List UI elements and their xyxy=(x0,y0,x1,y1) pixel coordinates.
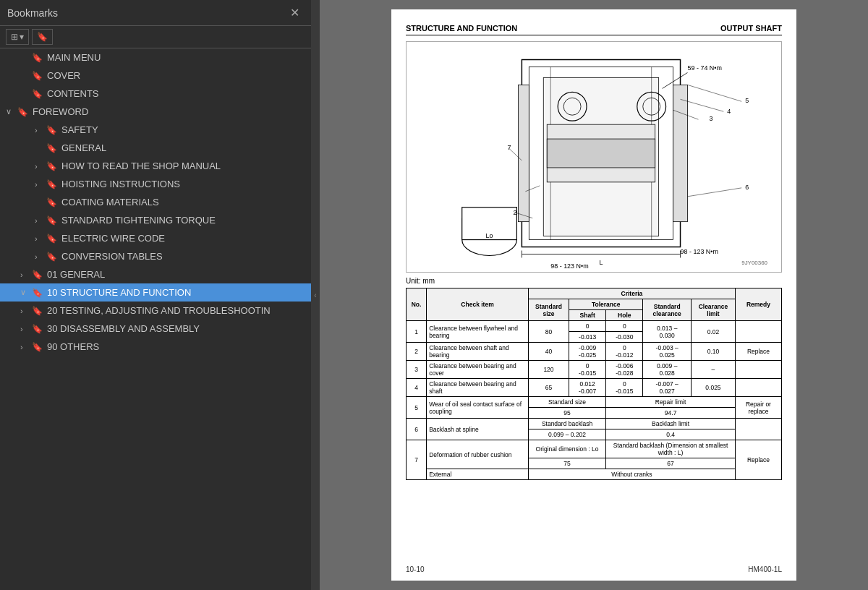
row-std-backlash-label: Standard backlash xyxy=(528,419,605,429)
bookmark-symbol-icon: 🔖 xyxy=(46,234,57,244)
row-std-backlash-val: 0.099 – 0.202 xyxy=(528,429,605,440)
row-shaft: 0 xyxy=(569,321,606,332)
row-check-item: Clearance between flywheel and bearing xyxy=(427,321,529,343)
bookmark-tool-button[interactable]: 🔖 xyxy=(32,29,53,45)
row-std-size-val: 95 xyxy=(528,408,605,419)
row-check-item: Backlash at spline xyxy=(427,419,529,440)
bookmark-item-10-structure[interactable]: ∨🔖10 STRUCTURE AND FUNCTION xyxy=(0,283,311,302)
row-hole: -0.006-0.028 xyxy=(606,361,643,379)
bookmark-symbol-icon: 🔖 xyxy=(46,179,57,189)
row-shaft: -0.013 xyxy=(569,332,606,343)
svg-text:59 - 74 N•m: 59 - 74 N•m xyxy=(688,64,722,72)
bookmark-item-electric-wire[interactable]: ›🔖ELECTRIC WIRE CODE xyxy=(0,229,311,247)
bookmark-arrow-icon: › xyxy=(35,216,46,225)
table-row: 1 Clearance between flywheel and bearing… xyxy=(407,321,782,332)
row-external-label: External xyxy=(427,469,529,480)
table-row: 3 Clearance between bearing and cover 12… xyxy=(407,361,782,379)
close-bookmarks-button[interactable]: ✕ xyxy=(286,4,304,21)
table-row: 7 Deformation of rubber cushion Original… xyxy=(407,440,782,458)
col-no: No. xyxy=(407,288,427,321)
table-row: 4 Clearance between bearing and shaft 65… xyxy=(407,379,782,397)
row-no: 7 xyxy=(407,440,427,480)
bookmark-item-cover[interactable]: 🔖COVER xyxy=(0,67,311,85)
svg-text:5: 5 xyxy=(745,97,749,104)
bookmarks-header: Bookmarks ✕ xyxy=(0,0,311,26)
bookmark-item-general[interactable]: 🔖GENERAL xyxy=(0,139,311,157)
row-no: 6 xyxy=(407,419,427,440)
svg-rect-31 xyxy=(673,85,688,221)
bookmark-symbol-icon: 🔖 xyxy=(32,306,43,316)
table-row: 2 Clearance between shaft and bearing 40… xyxy=(407,343,782,361)
bookmarks-toolbar: ⊞ ▾ 🔖 xyxy=(0,26,311,48)
svg-rect-30 xyxy=(518,85,529,221)
col-tolerance: Tolerance xyxy=(569,299,643,310)
bookmark-label: HOW TO READ THE SHOP MANUAL xyxy=(61,161,221,171)
bookmarks-panel: Bookmarks ✕ ⊞ ▾ 🔖 🔖MAIN MENU 🔖COVER 🔖CON… xyxy=(0,0,311,590)
bookmark-label: HOISTING INSTRUCTIONS xyxy=(61,179,180,189)
bookmark-symbol-icon: 🔖 xyxy=(32,270,43,280)
data-table: No. Check item Criteria Remedy Standard … xyxy=(406,288,782,480)
table-row: 6 Backlash at spline Standard backlash B… xyxy=(407,419,782,429)
row-orig-dim-val: 75 xyxy=(528,458,605,469)
bookmark-arrow-icon: › xyxy=(20,343,32,351)
row-clearance-limit: 0.02 xyxy=(691,321,735,343)
col-criteria: Criteria xyxy=(528,288,735,299)
svg-text:7: 7 xyxy=(507,144,511,151)
panel-collapse-handle[interactable]: ‹ xyxy=(311,0,320,590)
bookmark-arrow-icon: › xyxy=(20,307,32,315)
bookmark-item-hoisting[interactable]: ›🔖HOISTING INSTRUCTIONS xyxy=(0,175,311,193)
bookmark-item-safety[interactable]: ›🔖SAFETY xyxy=(0,121,311,139)
bookmark-item-standard-torque[interactable]: ›🔖STANDARD TIGHTENING TORQUE xyxy=(0,211,311,229)
bookmark-item-01-general[interactable]: ›🔖01 GENERAL xyxy=(0,265,311,283)
bookmark-arrow-icon: › xyxy=(35,162,46,171)
row-backlash-limit-val: 0.4 xyxy=(606,429,736,440)
bookmark-item-how-to-read[interactable]: ›🔖HOW TO READ THE SHOP MANUAL xyxy=(0,157,311,175)
row-no: 5 xyxy=(407,397,427,419)
bookmark-symbol-icon: 🔖 xyxy=(46,252,57,262)
svg-text:6: 6 xyxy=(745,184,749,191)
expand-all-button[interactable]: ⊞ ▾ xyxy=(6,29,29,45)
bookmark-symbol-icon: 🔖 xyxy=(46,161,57,171)
bookmark-item-contents[interactable]: 🔖CONTENTS xyxy=(0,85,311,103)
bookmark-item-90-others[interactable]: ›🔖90 OTHERS xyxy=(0,338,311,356)
bookmark-item-30-disassembly[interactable]: ›🔖30 DISASSEMBLY AND ASSEMBLY xyxy=(0,320,311,338)
diagram-svg: Lo L 59 - 74 N•m xyxy=(407,42,781,272)
row-std-size-label: Standard size xyxy=(528,397,605,408)
bookmark-arrow-icon: › xyxy=(35,126,46,134)
row-check-item: Clearance between bearing and shaft xyxy=(427,379,529,397)
bookmark-item-coating[interactable]: 🔖COATING MATERIALS xyxy=(0,193,311,211)
row-clearance-limit: 0.025 xyxy=(691,379,735,397)
bookmark-label: FOREWORD xyxy=(33,106,88,117)
bookmark-item-main-menu[interactable]: 🔖MAIN MENU xyxy=(0,48,311,67)
bookmarks-title: Bookmarks xyxy=(7,7,58,19)
col-clearance-limit: Clearance limit xyxy=(691,299,735,321)
svg-text:L: L xyxy=(599,259,603,266)
bookmark-item-conversion[interactable]: ›🔖CONVERSION TABLES xyxy=(0,247,311,265)
bookmark-arrow-icon: ∨ xyxy=(6,107,17,116)
row-remedy: Replace xyxy=(735,343,781,361)
svg-rect-33 xyxy=(547,139,655,168)
row-std-clearance: -0.007 –0.027 xyxy=(643,379,692,397)
row-backlash-limit-label: Backlash limit xyxy=(606,419,736,429)
col-std-clearance: Standard clearance xyxy=(643,299,692,321)
col-std-size: Standard size xyxy=(528,299,569,321)
bookmark-symbol-icon: 🔖 xyxy=(46,125,57,135)
bookmark-item-foreword[interactable]: ∨🔖FOREWORD xyxy=(0,103,311,121)
row-std-size: 80 xyxy=(528,321,569,343)
collapse-arrow-icon: ‹ xyxy=(314,291,316,299)
bookmark-list: 🔖MAIN MENU 🔖COVER 🔖CONTENTS∨🔖FOREWORD›🔖S… xyxy=(0,48,311,590)
bookmark-item-20-testing[interactable]: ›🔖20 TESTING, ADJUSTING AND TROUBLESHOOT… xyxy=(0,302,311,320)
row-std-backlash-val2: 67 xyxy=(606,458,736,469)
row-std-size: 40 xyxy=(528,343,569,361)
bookmark-icon: 🔖 xyxy=(37,32,48,42)
bookmark-symbol-icon: 🔖 xyxy=(32,89,43,99)
row-shaft: 0-0.015 xyxy=(569,361,606,379)
bookmark-arrow-icon: › xyxy=(35,180,46,189)
row-std-backlash-label2: Standard backlash (Dimension at smallest… xyxy=(606,440,736,458)
expand-dropdown-icon: ▾ xyxy=(20,32,24,42)
page-content: STRUCTURE AND FUNCTION OUTPUT SHAFT L xyxy=(391,9,796,581)
col-check-item: Check item xyxy=(427,288,529,321)
grid-icon: ⊞ xyxy=(11,32,18,42)
bookmark-label: ELECTRIC WIRE CODE xyxy=(61,233,165,244)
table-row: External Without cranks xyxy=(407,469,782,480)
